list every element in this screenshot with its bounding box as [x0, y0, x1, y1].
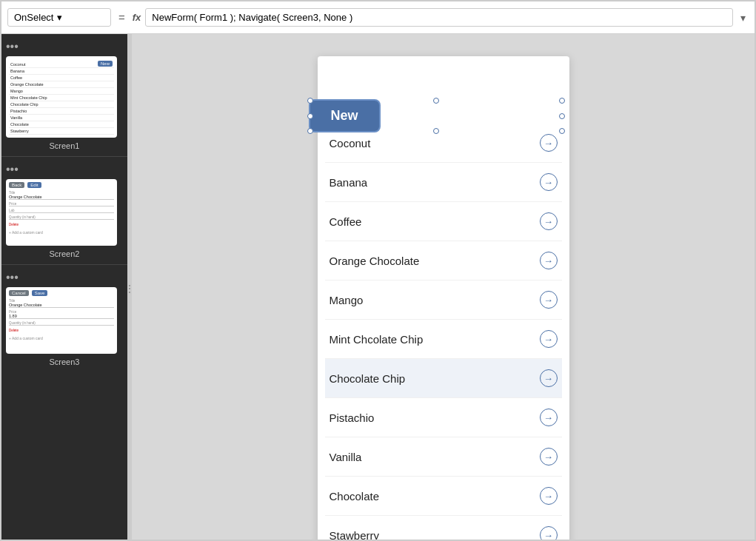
formula-expand-icon[interactable]: ▾ — [737, 10, 749, 25]
arrow-icon-pistachio: → — [540, 409, 558, 426]
thumb-new-button: New — [98, 61, 113, 67]
formula-bar: OnSelect ▾ = fx ▾ — [1, 1, 755, 34]
new-button[interactable]: New — [310, 101, 379, 131]
phone-frame: New Coconut → Banana → — [318, 56, 569, 541]
screen1-dots[interactable]: ••• — [6, 40, 123, 53]
list-item[interactable]: Chocolate → — [325, 477, 562, 516]
list-item[interactable]: Stawberry → — [325, 516, 562, 541]
new-button-container: New — [310, 101, 562, 131]
sidebar-item-screen1[interactable]: ••• New Coconut Banana Coffee Orange Cho… — [1, 34, 127, 156]
arrow-icon-mint: → — [540, 330, 558, 348]
handle-bottom-right[interactable] — [559, 128, 565, 134]
dropdown-arrow-icon: ▾ — [57, 12, 62, 23]
handle-top-left[interactable] — [307, 98, 313, 104]
arrow-icon-mango: → — [540, 291, 558, 309]
sidebar: ••• New Coconut Banana Coffee Orange Cho… — [1, 34, 127, 541]
list-item[interactable]: Pistachio → — [325, 398, 562, 437]
equals-symbol: = — [116, 11, 128, 24]
dots-icon: ••• — [6, 40, 19, 53]
list-item[interactable]: Mint Chcolate Chip → — [325, 320, 562, 359]
list-item[interactable]: Banana → — [325, 163, 562, 202]
screen2-dots[interactable]: ••• — [6, 163, 123, 176]
dots-icon3: ••• — [6, 271, 19, 284]
handle-mid-right[interactable] — [559, 113, 565, 119]
list-item[interactable]: Vanilla → — [325, 437, 562, 477]
handle-top-mid[interactable] — [433, 98, 439, 104]
event-dropdown[interactable]: OnSelect — [14, 12, 54, 23]
formula-input[interactable] — [145, 8, 733, 27]
screen3-thumbnail: Cancel Save Title Orange Chocolate Price… — [6, 287, 117, 354]
arrow-icon-chocolate: → — [540, 487, 558, 505]
handle-bottom-left[interactable] — [307, 128, 313, 134]
thumb-cancel-button: Cancel — [9, 290, 29, 296]
list-item-chocolate-chip[interactable]: Chocolate Chip → — [325, 359, 562, 398]
screen1-label: Screen1 — [6, 141, 123, 150]
arrow-icon-banana: → — [540, 173, 558, 191]
handle-bottom-mid[interactable] — [433, 128, 439, 134]
fx-label: fx — [133, 12, 141, 23]
list-item[interactable]: Coffee → — [325, 202, 562, 241]
list-item[interactable]: Orange Chocolate → — [325, 241, 562, 280]
arrow-icon-orange-choc: → — [540, 252, 558, 269]
screen3-dots[interactable]: ••• — [6, 271, 123, 284]
sidebar-item-screen2[interactable]: ••• Back Edit Title Orange Chocolate Pri… — [1, 156, 127, 264]
list-item[interactable]: Mango → — [325, 280, 562, 320]
list-container: Coconut → Banana → Coffee → Orange Choco… — [318, 124, 569, 541]
arrow-icon-vanilla: → — [540, 448, 558, 466]
arrow-icon-coffee: → — [540, 212, 558, 230]
thumb-edit-button: Edit — [27, 182, 41, 188]
handle-mid-left[interactable] — [307, 113, 313, 119]
event-selector[interactable]: OnSelect ▾ — [7, 8, 111, 27]
screen2-thumbnail: Back Edit Title Orange Chocolate Price L… — [6, 179, 117, 246]
dots-icon2: ••• — [6, 163, 19, 176]
screen1-thumbnail: New Coconut Banana Coffee Orange Chocola… — [6, 56, 117, 138]
arrow-icon-coconut: → — [540, 134, 558, 152]
main-layout: ••• New Coconut Banana Coffee Orange Cho… — [1, 34, 755, 541]
handle-top-right[interactable] — [559, 98, 565, 104]
thumb-save-button: Save — [32, 290, 48, 296]
sidebar-item-screen3[interactable]: ••• Cancel Save Title Orange Chocolate P… — [1, 264, 127, 372]
screen2-label: Screen2 — [6, 249, 123, 258]
screen3-label: Screen3 — [6, 357, 123, 366]
arrow-icon-stawberry: → — [540, 526, 558, 541]
thumb-back-button: Back — [9, 182, 24, 188]
canvas-area: New Coconut → Banana → — [132, 34, 755, 541]
arrow-icon-choc-chip: → — [540, 369, 558, 387]
